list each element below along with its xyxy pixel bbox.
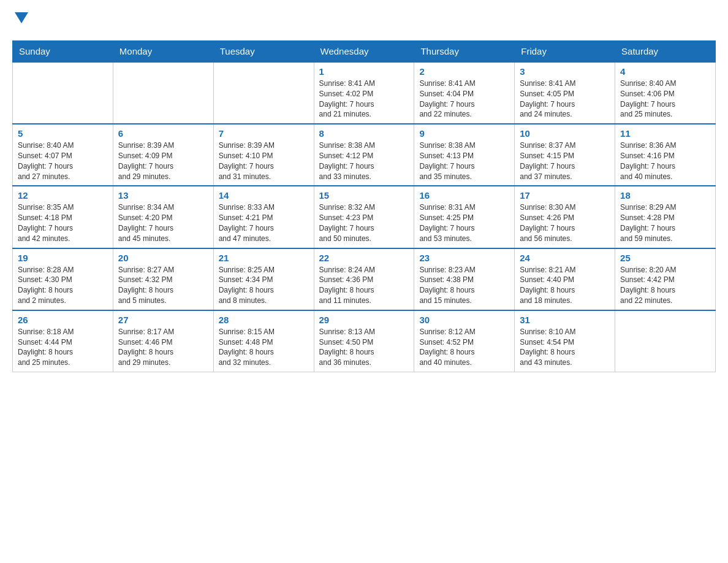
day-info: Sunrise: 8:39 AM Sunset: 4:10 PM Dayligh… [219, 140, 309, 182]
calendar-cell: 20Sunrise: 8:27 AM Sunset: 4:32 PM Dayli… [113, 248, 213, 310]
day-info: Sunrise: 8:23 AM Sunset: 4:38 PM Dayligh… [419, 265, 509, 306]
day-number: 22 [319, 253, 409, 263]
calendar-cell: 23Sunrise: 8:23 AM Sunset: 4:38 PM Dayli… [414, 248, 515, 310]
calendar-cell: 4Sunrise: 8:40 AM Sunset: 4:06 PM Daylig… [615, 62, 716, 124]
day-number: 20 [118, 253, 208, 263]
calendar-cell [213, 62, 314, 124]
day-info: Sunrise: 8:27 AM Sunset: 4:32 PM Dayligh… [118, 265, 208, 306]
calendar-cell: 22Sunrise: 8:24 AM Sunset: 4:36 PM Dayli… [314, 248, 414, 310]
day-number: 3 [520, 66, 610, 77]
calendar-cell: 17Sunrise: 8:30 AM Sunset: 4:26 PM Dayli… [515, 186, 615, 248]
svg-marker-0 [15, 12, 28, 23]
calendar-cell: 25Sunrise: 8:20 AM Sunset: 4:42 PM Dayli… [615, 248, 716, 310]
day-number: 24 [520, 253, 610, 263]
day-number: 15 [319, 190, 409, 201]
day-info: Sunrise: 8:39 AM Sunset: 4:09 PM Dayligh… [118, 140, 208, 182]
week-row-3: 12Sunrise: 8:35 AM Sunset: 4:18 PM Dayli… [13, 186, 716, 248]
day-info: Sunrise: 8:41 AM Sunset: 4:05 PM Dayligh… [520, 79, 610, 120]
calendar-cell: 8Sunrise: 8:38 AM Sunset: 4:12 PM Daylig… [314, 124, 414, 186]
weekday-header-row: SundayMondayTuesdayWednesdayThursdayFrid… [13, 41, 716, 63]
weekday-header-friday: Friday [515, 41, 615, 63]
day-info: Sunrise: 8:24 AM Sunset: 4:36 PM Dayligh… [319, 265, 409, 306]
day-number: 13 [118, 190, 208, 201]
day-number: 5 [18, 128, 108, 139]
day-info: Sunrise: 8:10 AM Sunset: 4:54 PM Dayligh… [520, 327, 610, 368]
day-info: Sunrise: 8:38 AM Sunset: 4:13 PM Dayligh… [419, 140, 509, 182]
day-info: Sunrise: 8:32 AM Sunset: 4:23 PM Dayligh… [319, 202, 409, 243]
calendar-cell: 7Sunrise: 8:39 AM Sunset: 4:10 PM Daylig… [213, 124, 314, 186]
weekday-header-wednesday: Wednesday [314, 41, 414, 63]
calendar-cell: 29Sunrise: 8:13 AM Sunset: 4:50 PM Dayli… [314, 310, 414, 372]
day-number: 10 [520, 128, 610, 139]
calendar-cell: 10Sunrise: 8:37 AM Sunset: 4:15 PM Dayli… [515, 124, 615, 186]
day-number: 18 [620, 190, 710, 201]
day-info: Sunrise: 8:25 AM Sunset: 4:34 PM Dayligh… [219, 265, 309, 306]
day-info: Sunrise: 8:12 AM Sunset: 4:52 PM Dayligh… [419, 327, 509, 368]
day-info: Sunrise: 8:40 AM Sunset: 4:06 PM Dayligh… [620, 79, 710, 120]
calendar-cell: 5Sunrise: 8:40 AM Sunset: 4:07 PM Daylig… [13, 124, 113, 186]
day-info: Sunrise: 8:33 AM Sunset: 4:21 PM Dayligh… [219, 202, 309, 243]
day-info: Sunrise: 8:37 AM Sunset: 4:15 PM Dayligh… [520, 140, 610, 182]
calendar-cell: 31Sunrise: 8:10 AM Sunset: 4:54 PM Dayli… [515, 310, 615, 372]
day-number: 11 [620, 128, 710, 139]
day-number: 31 [520, 315, 610, 325]
calendar-cell [13, 62, 113, 124]
calendar-cell: 11Sunrise: 8:36 AM Sunset: 4:16 PM Dayli… [615, 124, 716, 186]
day-number: 17 [520, 190, 610, 201]
day-info: Sunrise: 8:29 AM Sunset: 4:28 PM Dayligh… [620, 202, 710, 243]
day-number: 26 [18, 315, 108, 325]
calendar-cell: 27Sunrise: 8:17 AM Sunset: 4:46 PM Dayli… [113, 310, 213, 372]
day-info: Sunrise: 8:18 AM Sunset: 4:44 PM Dayligh… [18, 327, 108, 368]
calendar-cell: 1Sunrise: 8:41 AM Sunset: 4:02 PM Daylig… [314, 62, 414, 124]
day-info: Sunrise: 8:41 AM Sunset: 4:04 PM Dayligh… [419, 79, 509, 120]
week-row-5: 26Sunrise: 8:18 AM Sunset: 4:44 PM Dayli… [13, 310, 716, 372]
weekday-header-saturday: Saturday [615, 41, 716, 63]
day-info: Sunrise: 8:38 AM Sunset: 4:12 PM Dayligh… [319, 140, 409, 182]
logo [12, 12, 28, 28]
day-number: 7 [219, 128, 309, 139]
calendar-cell: 2Sunrise: 8:41 AM Sunset: 4:04 PM Daylig… [414, 62, 515, 124]
day-number: 16 [419, 190, 509, 201]
calendar-table: SundayMondayTuesdayWednesdayThursdayFrid… [12, 40, 716, 372]
day-number: 23 [419, 253, 509, 263]
day-number: 12 [18, 190, 108, 201]
day-number: 6 [118, 128, 208, 139]
weekday-header-monday: Monday [113, 41, 213, 63]
day-number: 14 [219, 190, 309, 201]
day-number: 8 [319, 128, 409, 139]
day-info: Sunrise: 8:35 AM Sunset: 4:18 PM Dayligh… [18, 202, 108, 243]
day-number: 19 [18, 253, 108, 263]
calendar-cell: 13Sunrise: 8:34 AM Sunset: 4:20 PM Dayli… [113, 186, 213, 248]
weekday-header-tuesday: Tuesday [213, 41, 314, 63]
calendar-cell [615, 310, 716, 372]
day-number: 9 [419, 128, 509, 139]
calendar-cell: 15Sunrise: 8:32 AM Sunset: 4:23 PM Dayli… [314, 186, 414, 248]
day-number: 4 [620, 66, 710, 77]
day-number: 1 [319, 66, 409, 77]
day-info: Sunrise: 8:21 AM Sunset: 4:40 PM Dayligh… [520, 265, 610, 306]
day-info: Sunrise: 8:31 AM Sunset: 4:25 PM Dayligh… [419, 202, 509, 243]
day-number: 27 [118, 315, 208, 325]
day-info: Sunrise: 8:36 AM Sunset: 4:16 PM Dayligh… [620, 140, 710, 182]
calendar-cell: 21Sunrise: 8:25 AM Sunset: 4:34 PM Dayli… [213, 248, 314, 310]
week-row-4: 19Sunrise: 8:28 AM Sunset: 4:30 PM Dayli… [13, 248, 716, 310]
calendar-cell: 9Sunrise: 8:38 AM Sunset: 4:13 PM Daylig… [414, 124, 515, 186]
day-info: Sunrise: 8:20 AM Sunset: 4:42 PM Dayligh… [620, 265, 710, 306]
day-number: 25 [620, 253, 710, 263]
week-row-2: 5Sunrise: 8:40 AM Sunset: 4:07 PM Daylig… [13, 124, 716, 186]
calendar-cell: 3Sunrise: 8:41 AM Sunset: 4:05 PM Daylig… [515, 62, 615, 124]
day-info: Sunrise: 8:13 AM Sunset: 4:50 PM Dayligh… [319, 327, 409, 368]
calendar-cell: 14Sunrise: 8:33 AM Sunset: 4:21 PM Dayli… [213, 186, 314, 248]
calendar-cell [113, 62, 213, 124]
calendar-cell: 24Sunrise: 8:21 AM Sunset: 4:40 PM Dayli… [515, 248, 615, 310]
calendar-cell: 19Sunrise: 8:28 AM Sunset: 4:30 PM Dayli… [13, 248, 113, 310]
day-number: 30 [419, 315, 509, 325]
calendar-cell: 26Sunrise: 8:18 AM Sunset: 4:44 PM Dayli… [13, 310, 113, 372]
page-header [12, 12, 716, 28]
calendar-cell: 18Sunrise: 8:29 AM Sunset: 4:28 PM Dayli… [615, 186, 716, 248]
day-info: Sunrise: 8:41 AM Sunset: 4:02 PM Dayligh… [319, 79, 409, 120]
calendar-cell: 16Sunrise: 8:31 AM Sunset: 4:25 PM Dayli… [414, 186, 515, 248]
day-info: Sunrise: 8:40 AM Sunset: 4:07 PM Dayligh… [18, 140, 108, 182]
day-info: Sunrise: 8:34 AM Sunset: 4:20 PM Dayligh… [118, 202, 208, 243]
day-number: 28 [219, 315, 309, 325]
